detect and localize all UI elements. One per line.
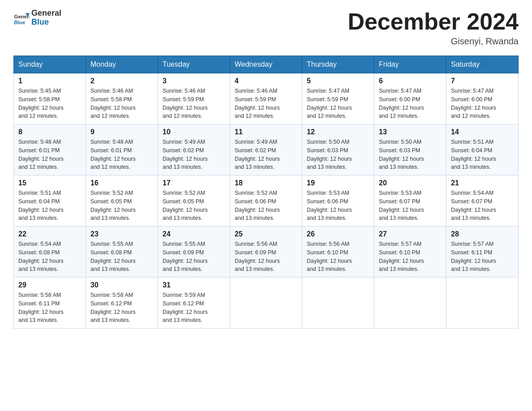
logo: General Blue General Blue [13, 9, 61, 27]
day-info: Sunrise: 5:54 AM Sunset: 6:08 PM Dayligh… [18, 240, 81, 274]
day-info: Sunrise: 5:51 AM Sunset: 6:04 PM Dayligh… [18, 189, 81, 223]
day-number: 16 [90, 179, 153, 187]
calendar-week-2: 8Sunrise: 5:48 AM Sunset: 6:01 PM Daylig… [14, 124, 519, 176]
day-info: Sunrise: 5:57 AM Sunset: 6:11 PM Dayligh… [451, 240, 514, 274]
calendar-cell: 7Sunrise: 5:47 AM Sunset: 6:00 PM Daylig… [446, 73, 519, 124]
day-info: Sunrise: 5:53 AM Sunset: 6:07 PM Dayligh… [379, 189, 442, 223]
day-number: 30 [90, 281, 153, 289]
logo-blue-text: Blue [31, 18, 61, 27]
day-number: 29 [18, 281, 81, 289]
day-info: Sunrise: 5:54 AM Sunset: 6:07 PM Dayligh… [451, 189, 514, 223]
logo-general-text: General [31, 9, 61, 18]
calendar-cell: 11Sunrise: 5:49 AM Sunset: 6:02 PM Dayli… [230, 124, 302, 176]
day-info: Sunrise: 5:52 AM Sunset: 6:05 PM Dayligh… [90, 189, 153, 223]
calendar-cell: 25Sunrise: 5:56 AM Sunset: 6:09 PM Dayli… [230, 227, 302, 278]
day-info: Sunrise: 5:47 AM Sunset: 6:00 PM Dayligh… [379, 87, 442, 120]
day-number: 24 [163, 230, 225, 238]
calendar-cell: 28Sunrise: 5:57 AM Sunset: 6:11 PM Dayli… [446, 227, 519, 278]
calendar-cell [230, 278, 302, 329]
calendar-cell: 5Sunrise: 5:47 AM Sunset: 5:59 PM Daylig… [302, 73, 374, 124]
day-info: Sunrise: 5:55 AM Sunset: 6:09 PM Dayligh… [163, 240, 225, 274]
calendar-cell [374, 278, 446, 329]
day-number: 11 [235, 128, 297, 136]
calendar-cell: 1Sunrise: 5:45 AM Sunset: 5:58 PM Daylig… [14, 73, 86, 124]
day-info: Sunrise: 5:46 AM Sunset: 5:58 PM Dayligh… [90, 87, 153, 120]
col-header-friday: Friday [374, 56, 446, 73]
col-header-monday: Monday [86, 56, 158, 73]
day-number: 13 [379, 128, 442, 136]
day-info: Sunrise: 5:46 AM Sunset: 5:59 PM Dayligh… [163, 87, 225, 120]
day-info: Sunrise: 5:48 AM Sunset: 6:01 PM Dayligh… [90, 138, 153, 171]
day-info: Sunrise: 5:47 AM Sunset: 5:59 PM Dayligh… [307, 87, 369, 120]
day-info: Sunrise: 5:50 AM Sunset: 6:03 PM Dayligh… [307, 138, 369, 171]
calendar-cell: 9Sunrise: 5:48 AM Sunset: 6:01 PM Daylig… [86, 124, 158, 176]
calendar-cell [302, 278, 374, 329]
day-number: 3 [163, 77, 225, 85]
day-info: Sunrise: 5:49 AM Sunset: 6:02 PM Dayligh… [163, 138, 225, 171]
calendar-cell: 27Sunrise: 5:57 AM Sunset: 6:10 PM Dayli… [374, 227, 446, 278]
day-number: 6 [379, 77, 442, 85]
calendar-cell: 17Sunrise: 5:52 AM Sunset: 6:05 PM Dayli… [158, 176, 230, 227]
col-header-tuesday: Tuesday [158, 56, 230, 73]
calendar-cell: 15Sunrise: 5:51 AM Sunset: 6:04 PM Dayli… [14, 176, 86, 227]
day-number: 5 [307, 77, 369, 85]
col-header-thursday: Thursday [302, 56, 374, 73]
day-info: Sunrise: 5:59 AM Sunset: 6:12 PM Dayligh… [163, 291, 225, 325]
calendar-week-3: 15Sunrise: 5:51 AM Sunset: 6:04 PM Dayli… [14, 176, 519, 227]
day-number: 8 [18, 128, 81, 136]
day-number: 28 [451, 230, 514, 238]
calendar-cell: 6Sunrise: 5:47 AM Sunset: 6:00 PM Daylig… [374, 73, 446, 124]
calendar-cell: 8Sunrise: 5:48 AM Sunset: 6:01 PM Daylig… [14, 124, 86, 176]
calendar-cell: 26Sunrise: 5:56 AM Sunset: 6:10 PM Dayli… [302, 227, 374, 278]
calendar-cell [446, 278, 519, 329]
day-number: 18 [235, 179, 297, 187]
day-info: Sunrise: 5:53 AM Sunset: 6:06 PM Dayligh… [307, 189, 369, 223]
calendar-cell: 10Sunrise: 5:49 AM Sunset: 6:02 PM Dayli… [158, 124, 230, 176]
day-number: 12 [307, 128, 369, 136]
day-number: 4 [235, 77, 297, 85]
day-info: Sunrise: 5:56 AM Sunset: 6:10 PM Dayligh… [307, 240, 369, 274]
day-info: Sunrise: 5:58 AM Sunset: 6:12 PM Dayligh… [90, 291, 153, 325]
calendar-cell: 22Sunrise: 5:54 AM Sunset: 6:08 PM Dayli… [14, 227, 86, 278]
day-info: Sunrise: 5:48 AM Sunset: 6:01 PM Dayligh… [18, 138, 81, 171]
col-header-wednesday: Wednesday [230, 56, 302, 73]
day-number: 23 [90, 230, 153, 238]
day-number: 1 [18, 77, 81, 85]
calendar-cell: 13Sunrise: 5:50 AM Sunset: 6:03 PM Dayli… [374, 124, 446, 176]
day-info: Sunrise: 5:47 AM Sunset: 6:00 PM Dayligh… [451, 87, 514, 120]
calendar-cell: 18Sunrise: 5:52 AM Sunset: 6:06 PM Dayli… [230, 176, 302, 227]
day-number: 26 [307, 230, 369, 238]
day-number: 2 [90, 77, 153, 85]
day-number: 10 [163, 128, 225, 136]
title-block: December 2024 Gisenyi, Rwanda [348, 9, 519, 47]
page-header: General Blue General Blue December 2024 … [13, 9, 519, 47]
svg-text:Blue: Blue [14, 19, 26, 25]
day-info: Sunrise: 5:58 AM Sunset: 6:11 PM Dayligh… [18, 291, 81, 325]
col-header-saturday: Saturday [446, 56, 519, 73]
calendar-cell: 14Sunrise: 5:51 AM Sunset: 6:04 PM Dayli… [446, 124, 519, 176]
day-number: 27 [379, 230, 442, 238]
calendar-cell: 24Sunrise: 5:55 AM Sunset: 6:09 PM Dayli… [158, 227, 230, 278]
day-info: Sunrise: 5:57 AM Sunset: 6:10 PM Dayligh… [379, 240, 442, 274]
day-number: 14 [451, 128, 514, 136]
calendar-cell: 12Sunrise: 5:50 AM Sunset: 6:03 PM Dayli… [302, 124, 374, 176]
month-title: December 2024 [348, 9, 519, 34]
day-info: Sunrise: 5:52 AM Sunset: 6:05 PM Dayligh… [163, 189, 225, 223]
calendar-cell: 30Sunrise: 5:58 AM Sunset: 6:12 PM Dayli… [86, 278, 158, 329]
day-info: Sunrise: 5:46 AM Sunset: 5:59 PM Dayligh… [235, 87, 297, 120]
calendar-cell: 21Sunrise: 5:54 AM Sunset: 6:07 PM Dayli… [446, 176, 519, 227]
day-number: 21 [451, 179, 514, 187]
day-number: 7 [451, 77, 514, 85]
day-number: 17 [163, 179, 225, 187]
day-number: 19 [307, 179, 369, 187]
calendar-cell: 31Sunrise: 5:59 AM Sunset: 6:12 PM Dayli… [158, 278, 230, 329]
day-info: Sunrise: 5:52 AM Sunset: 6:06 PM Dayligh… [235, 189, 297, 223]
calendar-week-5: 29Sunrise: 5:58 AM Sunset: 6:11 PM Dayli… [14, 278, 519, 329]
col-header-sunday: Sunday [14, 56, 86, 73]
calendar-week-4: 22Sunrise: 5:54 AM Sunset: 6:08 PM Dayli… [14, 227, 519, 278]
calendar-week-1: 1Sunrise: 5:45 AM Sunset: 5:58 PM Daylig… [14, 73, 519, 124]
calendar-cell: 29Sunrise: 5:58 AM Sunset: 6:11 PM Dayli… [14, 278, 86, 329]
day-number: 25 [235, 230, 297, 238]
day-info: Sunrise: 5:51 AM Sunset: 6:04 PM Dayligh… [451, 138, 514, 171]
calendar-cell: 4Sunrise: 5:46 AM Sunset: 5:59 PM Daylig… [230, 73, 302, 124]
